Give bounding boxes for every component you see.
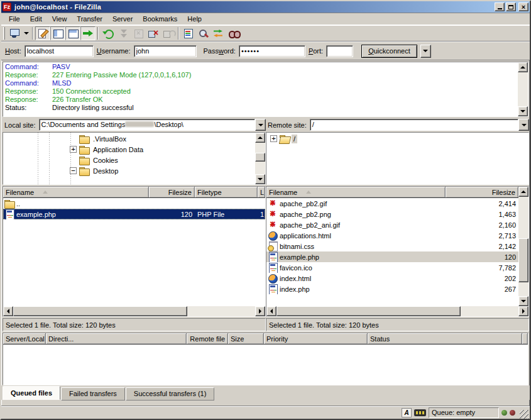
file-row[interactable]: .. — [3, 198, 265, 209]
scroll-thumb[interactable] — [276, 306, 461, 316]
local-list-hscrollbar[interactable] — [3, 306, 265, 316]
host-input[interactable] — [25, 45, 94, 57]
file-row[interactable]: bitnami.css 2,142 — [266, 241, 518, 251]
tree-item[interactable]: / — [266, 133, 528, 144]
scroll-down-button[interactable] — [518, 296, 528, 306]
close-button[interactable]: × — [518, 3, 528, 11]
cancel-operation-button[interactable] — [131, 26, 146, 40]
scroll-up-button[interactable] — [518, 62, 528, 72]
tree-item[interactable]: .VirtualBox — [3, 133, 255, 144]
scroll-up-button[interactable] — [518, 187, 528, 197]
file-row[interactable]: apache_pb2.gif 2,414 — [266, 198, 518, 209]
tree-item[interactable]: Application Data — [3, 144, 255, 155]
queue-column-header[interactable] — [522, 333, 528, 344]
scroll-track[interactable] — [13, 306, 255, 316]
password-input[interactable] — [239, 45, 305, 57]
title-bar[interactable]: Fz john@localhost - FileZilla × — [1, 1, 530, 13]
disconnect-button[interactable] — [146, 26, 161, 40]
directory-listing-filters-button[interactable] — [181, 26, 196, 40]
file-row[interactable]: example.php 120 — [266, 251, 518, 262]
queue-column-header[interactable]: Priority — [264, 333, 368, 344]
process-queue-button[interactable] — [116, 26, 131, 40]
site-manager-button[interactable] — [7, 26, 22, 40]
remote-directory-tree[interactable]: / — [266, 133, 528, 184]
resize-grip[interactable] — [520, 410, 528, 419]
refresh-button[interactable] — [101, 26, 116, 40]
scroll-down-button[interactable] — [255, 174, 265, 184]
remote-site-combobox[interactable]: / — [310, 119, 529, 131]
scroll-left-button[interactable] — [266, 306, 276, 316]
queue-column-header[interactable]: Remote file — [187, 333, 228, 344]
scroll-left-button[interactable] — [3, 306, 13, 316]
quickconnect-dropdown-button[interactable] — [420, 45, 431, 58]
scroll-down-button[interactable] — [518, 106, 528, 116]
toggle-transfer-queue-button[interactable] — [80, 26, 96, 40]
toggle-message-log-button[interactable] — [35, 26, 50, 40]
queue-tab[interactable]: Successful transfers (1) — [126, 387, 215, 401]
toggle-remote-tree-button[interactable] — [65, 26, 80, 40]
queue-tab[interactable]: Queued files — [3, 386, 60, 400]
scroll-track[interactable] — [255, 143, 265, 174]
local-site-dropdown-button[interactable] — [255, 119, 266, 131]
find-files-button[interactable] — [226, 26, 241, 40]
scroll-thumb[interactable] — [255, 153, 265, 162]
toggle-local-tree-button[interactable] — [50, 26, 65, 40]
file-row[interactable]: applications.html 2,713 — [266, 230, 518, 241]
minimize-button[interactable] — [495, 3, 505, 11]
reconnect-button[interactable] — [161, 26, 176, 40]
scroll-thumb[interactable] — [518, 238, 528, 282]
remote-site-dropdown-button[interactable] — [518, 119, 529, 131]
file-row[interactable]: example.php 120 PHP File 1 — [3, 209, 265, 219]
tree-item[interactable]: Cookies — [3, 155, 255, 165]
file-row[interactable]: apache_pb2_ani.gif 2,160 — [266, 219, 518, 230]
log-scrollbar[interactable] — [518, 62, 528, 116]
scroll-track[interactable] — [276, 306, 518, 316]
queue-column-header[interactable]: Size — [228, 333, 264, 344]
username-input[interactable] — [134, 45, 197, 57]
remote-file-list[interactable]: apache_pb2.gif 2,414 apache_pb2.png 1,46… — [266, 198, 518, 306]
queue-column-header[interactable]: Status — [368, 333, 522, 344]
queue-body[interactable] — [3, 345, 528, 385]
menu-item[interactable]: File — [4, 14, 25, 24]
column-header-filesize[interactable]: Filesize — [446, 187, 518, 197]
data-type-indicator-icon[interactable]: A — [402, 408, 412, 417]
file-row[interactable]: index.php 267 — [266, 284, 518, 294]
message-log[interactable]: Command: PASV Response: 227 Entering Pas… — [3, 62, 518, 116]
local-site-combobox[interactable]: C:\Documents and Settings\Desktop\ — [39, 119, 266, 131]
local-site-path[interactable]: C:\Documents and Settings\Desktop\ — [39, 119, 255, 131]
scroll-right-button[interactable] — [255, 306, 265, 316]
column-header-filesize[interactable]: Filesize — [149, 187, 195, 197]
tree-expander[interactable] — [70, 167, 77, 174]
site-manager-dropdown-button[interactable] — [22, 26, 30, 40]
queue-column-header[interactable]: Directi... — [46, 333, 187, 344]
menu-item[interactable]: View — [47, 14, 72, 24]
file-row[interactable]: index.html 202 — [266, 273, 518, 284]
queue-column-header[interactable]: Server/Local file — [3, 333, 46, 344]
quickconnect-button[interactable]: Quickconnect — [361, 45, 417, 58]
file-row[interactable]: favicon.ico 7,782 — [266, 262, 518, 273]
local-tree-scrollbar[interactable] — [255, 133, 265, 184]
synchronized-browsing-button[interactable] — [211, 26, 226, 40]
column-header-filetype[interactable]: Filetype — [195, 187, 258, 197]
speed-limits-icon[interactable] — [414, 409, 426, 416]
menu-item[interactable]: Help — [182, 14, 207, 24]
menu-item[interactable]: Transfer — [72, 14, 107, 24]
queue-tab[interactable]: Failed transfers — [61, 387, 125, 401]
remote-list-hscrollbar[interactable] — [266, 306, 528, 316]
scroll-right-button[interactable] — [518, 306, 528, 316]
column-header-filename[interactable]: Filename — [266, 187, 446, 197]
local-file-list[interactable]: .. example.php 120 PHP File 1 — [3, 198, 265, 306]
scroll-up-button[interactable] — [255, 133, 265, 143]
column-header-filename[interactable]: Filename — [3, 187, 149, 197]
file-row[interactable]: apache_pb2.png 1,463 — [266, 209, 518, 219]
tree-expander[interactable] — [70, 146, 77, 153]
remote-site-path[interactable]: / — [310, 119, 518, 131]
menu-item[interactable]: Bookmarks — [138, 14, 182, 24]
scroll-track[interactable] — [518, 197, 528, 296]
maximize-button[interactable] — [506, 3, 516, 11]
tree-expander[interactable] — [270, 135, 277, 142]
scroll-thumb[interactable] — [13, 306, 187, 316]
column-header-last-modified[interactable]: L — [258, 187, 265, 197]
remote-list-vscrollbar[interactable] — [518, 187, 528, 306]
scroll-track[interactable] — [518, 72, 528, 106]
